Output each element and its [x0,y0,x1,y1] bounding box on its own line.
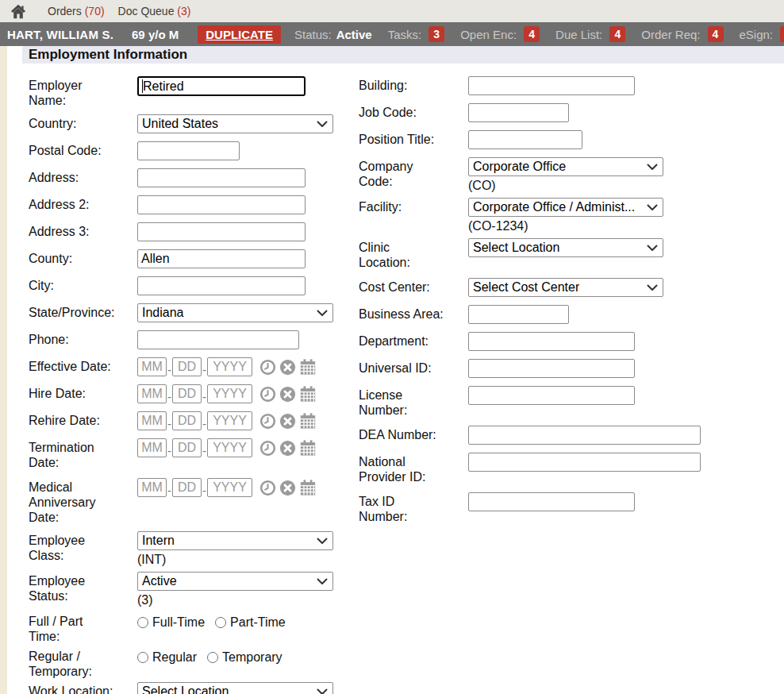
day-input[interactable]: DD [172,384,202,403]
employer-name-label: Employer Name: [29,76,137,108]
left-column: Employer Name: Retired Country: United S… [29,76,359,694]
tax-id-number-input[interactable] [468,492,635,511]
field-state-province: State/Province: Indiana [29,303,359,322]
regular-radio[interactable] [137,652,148,663]
day-input[interactable]: DD [172,357,202,376]
country-select[interactable]: United States [137,114,333,133]
clock-icon[interactable] [259,413,276,430]
nav-doc-queue[interactable]: Doc Queue (3) [118,5,191,17]
field-national-provider-id: National Provider ID: [359,453,784,484]
open-enc-badge[interactable]: 4 [524,26,540,42]
field-country: Country: United States [29,114,359,133]
esign-group: eSign: 7 [740,26,784,42]
left-edge-strip [0,46,7,694]
clear-icon[interactable] [279,359,296,376]
cost-center-select[interactable]: Select Cost Center [468,278,663,297]
position-title-input[interactable] [468,130,582,149]
job-code-input[interactable] [468,103,569,122]
month-input[interactable]: MM [137,438,167,457]
license-number-input[interactable] [468,386,635,405]
address-input[interactable] [137,168,306,187]
day-input[interactable]: DD [172,438,202,457]
building-input[interactable] [468,76,635,95]
duplicate-button[interactable]: DUPLICATE [198,25,281,44]
city-input[interactable] [137,276,306,295]
postal-code-input[interactable] [137,141,240,160]
phone-input[interactable] [137,330,299,349]
top-nav-bar: Orders (70) Doc Queue (3) [0,0,784,22]
calendar-icon[interactable] [299,479,317,496]
employer-name-input[interactable]: Retired [137,76,306,96]
due-list-badge[interactable]: 4 [609,26,625,42]
termination-date-field: MM- DD- YYYY [137,438,317,457]
clock-icon[interactable] [259,480,276,496]
full-time-option-label: Full-Time [152,615,205,630]
company-code-select[interactable]: Corporate Office [468,157,663,176]
year-input[interactable]: YYYY [207,411,252,430]
facility-select[interactable]: Corporate Office / Administ... [468,198,663,217]
nav-orders[interactable]: Orders (70) [48,5,105,17]
clear-icon[interactable] [279,413,296,430]
clock-icon[interactable] [259,386,276,403]
address-2-input[interactable] [137,195,306,214]
status-value: Active [336,28,372,41]
field-effective-date: Effective Date: MM- DD- YYYY [29,357,359,376]
clinic-location-select[interactable]: Select Location [468,238,663,257]
license-number-label: License Number: [359,386,468,418]
temporary-option-label: Temporary [222,650,282,665]
date-separator: - [202,363,206,376]
address-3-input[interactable] [137,222,306,241]
national-provider-id-input[interactable] [468,453,701,472]
employee-class-label: Employee Class: [29,531,137,563]
clock-icon[interactable] [259,359,276,376]
department-input[interactable] [468,332,635,351]
temporary-radio[interactable] [207,652,218,663]
calendar-icon[interactable] [299,385,317,403]
clock-icon[interactable] [259,440,276,457]
day-input[interactable]: DD [172,478,202,497]
month-input[interactable]: MM [137,411,167,430]
facility-label: Facility: [359,198,468,214]
field-clinic-location: Clinic Location: Select Location [359,238,784,270]
day-input[interactable]: DD [172,411,202,430]
clear-icon[interactable] [279,386,296,403]
month-input[interactable]: MM [137,384,167,403]
part-time-radio[interactable] [215,617,226,628]
date-separator: - [202,484,206,497]
employee-class-select[interactable]: Intern [137,531,333,550]
universal-id-input[interactable] [468,359,635,378]
section-header: Employment Information [22,46,784,64]
month-input[interactable]: MM [137,478,167,497]
calendar-icon[interactable] [299,412,317,430]
esign-badge[interactable]: 7 [780,26,784,42]
full-time-radio[interactable] [137,617,148,628]
work-location-select[interactable]: Select Location [137,682,333,694]
job-code-label: Job Code: [359,103,468,120]
address-label: Address: [29,168,137,185]
month-input[interactable]: MM [137,357,167,376]
county-input[interactable]: Allen [137,249,306,268]
building-label: Building: [359,76,468,93]
home-icon[interactable] [10,4,26,19]
year-input[interactable]: YYYY [207,478,252,497]
year-input[interactable]: YYYY [207,438,252,457]
field-business-area: Business Area: [359,305,784,324]
calendar-icon[interactable] [299,358,317,376]
tasks-badge[interactable]: 3 [429,26,444,42]
clear-icon[interactable] [279,480,296,496]
esign-label: eSign: [740,28,774,41]
county-value: Allen [141,252,170,266]
order-req-badge[interactable]: 4 [708,26,724,42]
year-input[interactable]: YYYY [207,384,252,403]
clear-icon[interactable] [279,440,296,457]
year-input[interactable]: YYYY [207,357,252,376]
postal-code-label: Postal Code: [29,141,137,158]
dea-number-input[interactable] [468,426,701,445]
nav-doc-queue-count: (3) [177,5,190,17]
regular-temporary-label: Regular / Temporary: [29,647,137,679]
state-province-select[interactable]: Indiana [137,303,333,322]
chevron-down-icon [647,284,658,291]
employee-status-select[interactable]: Active [137,572,333,591]
calendar-icon[interactable] [299,439,317,457]
business-area-input[interactable] [468,305,569,324]
